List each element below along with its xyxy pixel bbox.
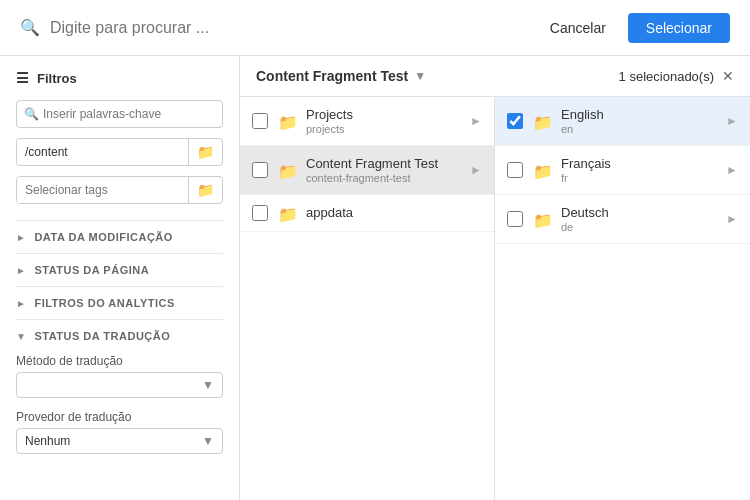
folder-icon: 📁 — [278, 205, 298, 221]
appdata-text: appdata — [306, 205, 482, 221]
chevron-right-icon-item2: ► — [470, 163, 482, 177]
main-panel: Content Fragment Test ▼ 1 selecionado(s)… — [240, 56, 750, 500]
list-item[interactable]: 📁 Projects projects ► — [240, 97, 494, 146]
deutsch-sub: de — [561, 221, 726, 233]
list-item[interactable]: 📁 English en ► — [495, 97, 750, 146]
folder-icon: 📁 — [278, 162, 298, 178]
keyword-input[interactable] — [16, 100, 223, 128]
list-item[interactable]: 📁 Deutsch de ► — [495, 195, 750, 244]
projects-text: Projects projects — [306, 107, 470, 135]
translation-method-select[interactable] — [25, 378, 202, 392]
folder-icon: 📁 — [278, 113, 298, 129]
content-fragment-sub: content-fragment-test — [306, 172, 470, 184]
cancel-button[interactable]: Cancelar — [540, 14, 616, 42]
translation-provider-label: Provedor de tradução — [16, 410, 223, 424]
content-fragment-name: Content Fragment Test — [306, 156, 470, 171]
francais-sub: fr — [561, 172, 726, 184]
keyword-search-icon: 🔍 — [24, 107, 39, 121]
filter-filtros-analytics-header[interactable]: ► FILTROS DO ANALYTICS — [16, 297, 223, 309]
translation-method-select-wrap: ▼ — [16, 372, 223, 398]
filter-filtros-analytics-label: FILTROS DO ANALYTICS — [34, 297, 174, 309]
deutsch-checkbox[interactable] — [507, 211, 523, 227]
path-input[interactable]: /content — [17, 139, 188, 165]
francais-checkbox[interactable] — [507, 162, 523, 178]
selection-count: 1 selecionado(s) — [619, 69, 714, 84]
path-input-wrap: /content 📁 — [16, 138, 223, 166]
english-sub: en — [561, 123, 726, 135]
content-fragment-text: Content Fragment Test content-fragment-t… — [306, 156, 470, 184]
main-header: Content Fragment Test ▼ 1 selecionado(s)… — [240, 56, 750, 97]
tags-input[interactable] — [17, 177, 188, 203]
sidebar-title-label: Filtros — [37, 71, 77, 86]
keyword-search-wrap: 🔍 — [16, 100, 223, 128]
header-actions: Cancelar Selecionar — [540, 13, 730, 43]
filter-filtros-analytics[interactable]: ► FILTROS DO ANALYTICS — [16, 286, 223, 319]
projects-name: Projects — [306, 107, 470, 122]
deutsch-text: Deutsch de — [561, 205, 726, 233]
chevron-right-icon-3: ► — [16, 298, 26, 309]
filter-data-modificacao-label: DATA DA MODIFICAÇÃO — [34, 231, 172, 243]
filter-status-pagina[interactable]: ► STATUS DA PÁGINA — [16, 253, 223, 286]
sidebar: ☰ Filtros 🔍 /content 📁 📁 ► DATA DA MODIF… — [0, 56, 240, 500]
chevron-right-icon-2: ► — [16, 265, 26, 276]
filter-status-pagina-header[interactable]: ► STATUS DA PÁGINA — [16, 264, 223, 276]
filter-status-pagina-label: STATUS DA PÁGINA — [34, 264, 149, 276]
chevron-down-icon: ▼ — [16, 331, 26, 342]
columns: 📁 Projects projects ► 📁 Content Fragment… — [240, 97, 750, 500]
chevron-right-icon: ► — [16, 232, 26, 243]
folder-icon: 📁 — [533, 162, 553, 178]
tags-folder-button[interactable]: 📁 — [188, 177, 222, 203]
francais-text: Français fr — [561, 156, 726, 184]
english-text: English en — [561, 107, 726, 135]
translation-provider-select-wrap: Nenhum ▼ — [16, 428, 223, 454]
list-item[interactable]: 📁 Français fr ► — [495, 146, 750, 195]
select-button[interactable]: Selecionar — [628, 13, 730, 43]
deutsch-name: Deutsch — [561, 205, 726, 220]
filter-status-traducao[interactable]: ▼ STATUS DA TRADUÇÃO Método de tradução … — [16, 319, 223, 464]
projects-sub: projects — [306, 123, 470, 135]
selection-info: 1 selecionado(s) ✕ — [619, 68, 734, 84]
select-chevron-icon: ▼ — [202, 378, 214, 392]
francais-name: Français — [561, 156, 726, 171]
breadcrumb-label: Content Fragment Test — [256, 68, 408, 84]
appdata-name: appdata — [306, 205, 482, 220]
filter-status-traducao-header[interactable]: ▼ STATUS DA TRADUÇÃO — [16, 330, 223, 342]
content-fragment-checkbox[interactable] — [252, 162, 268, 178]
chevron-right-icon-en: ► — [726, 114, 738, 128]
sidebar-title: ☰ Filtros — [16, 70, 223, 86]
body: ☰ Filtros 🔍 /content 📁 📁 ► DATA DA MODIF… — [0, 56, 750, 500]
appdata-checkbox[interactable] — [252, 205, 268, 221]
folder-icon: 📁 — [533, 113, 553, 129]
tags-wrap: 📁 — [16, 176, 223, 204]
search-input[interactable] — [50, 19, 540, 37]
list-item[interactable]: 📁 appdata — [240, 195, 494, 232]
english-checkbox[interactable] — [507, 113, 523, 129]
chevron-right-icon-item: ► — [470, 114, 482, 128]
filter-data-modificacao-header[interactable]: ► DATA DA MODIFICAÇÃO — [16, 231, 223, 243]
column-2: 📁 English en ► 📁 Français fr — [495, 97, 750, 500]
translation-provider-select[interactable]: Nenhum — [25, 434, 202, 448]
dialog: 🔍 Cancelar Selecionar ☰ Filtros 🔍 /conte… — [0, 0, 750, 500]
folder-icon: 📁 — [533, 211, 553, 227]
list-item[interactable]: 📁 Content Fragment Test content-fragment… — [240, 146, 494, 195]
select-provider-chevron-icon: ▼ — [202, 434, 214, 448]
chevron-right-icon-de: ► — [726, 212, 738, 226]
path-folder-button[interactable]: 📁 — [188, 139, 222, 165]
filter-icon: ☰ — [16, 70, 29, 86]
chevron-right-icon-fr: ► — [726, 163, 738, 177]
header: 🔍 Cancelar Selecionar — [0, 0, 750, 56]
filter-status-traducao-label: STATUS DA TRADUÇÃO — [34, 330, 170, 342]
search-icon: 🔍 — [20, 18, 40, 37]
projects-checkbox[interactable] — [252, 113, 268, 129]
close-selection-button[interactable]: ✕ — [722, 68, 734, 84]
english-name: English — [561, 107, 726, 122]
translation-method-label: Método de tradução — [16, 354, 223, 368]
breadcrumb: Content Fragment Test ▼ — [256, 68, 426, 84]
breadcrumb-chevron-icon: ▼ — [414, 69, 426, 83]
filter-data-modificacao[interactable]: ► DATA DA MODIFICAÇÃO — [16, 220, 223, 253]
column-1: 📁 Projects projects ► 📁 Content Fragment… — [240, 97, 495, 500]
